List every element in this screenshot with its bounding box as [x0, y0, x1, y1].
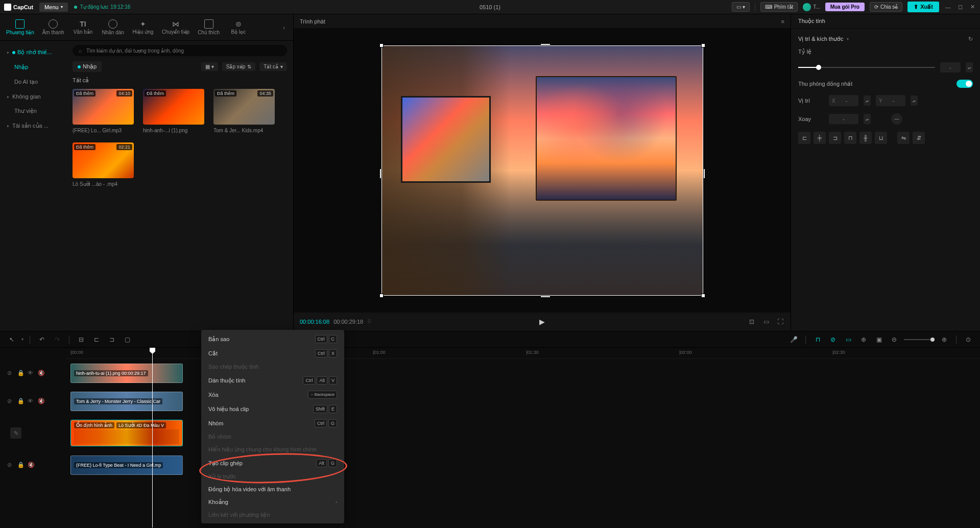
x-input[interactable]: X- — [829, 95, 858, 106]
sidebar-item-device[interactable]: ▸Bộ nhớ thiế... — [0, 45, 66, 60]
lock2-icon[interactable]: 🔒 — [17, 370, 25, 377]
ratio-slider[interactable] — [798, 67, 935, 68]
media-item[interactable]: Đã thêm02:21 Lò Sưởi ...ào - .mp4 — [73, 142, 134, 187]
split-right-button[interactable]: ⊐ — [106, 334, 117, 345]
minimize-icon[interactable]: — — [944, 4, 951, 10]
y-stepper[interactable]: ▴▾ — [911, 95, 918, 106]
share-button[interactable]: ⟳ Chia sẻ — [870, 2, 902, 12]
mute-icon[interactable]: 🔇 — [38, 398, 45, 405]
ctx-compound[interactable]: Tạo clip ghépAltG — [201, 456, 344, 470]
ctx-cut[interactable]: CắtCtrlX — [201, 346, 344, 361]
uniform-scale-toggle[interactable] — [957, 80, 973, 88]
ctx-paste-props[interactable]: Dán thuộc tínhCtrlAltV — [201, 373, 344, 388]
edit-icon[interactable]: ✎ — [10, 427, 21, 439]
align-top-button[interactable]: ⊓ — [844, 132, 856, 144]
media-item[interactable]: Đã thêm hinh-anh-...i (1).png — [143, 89, 204, 133]
ratio-icon[interactable]: ▭ — [762, 318, 770, 326]
y-input[interactable]: Y- — [876, 95, 905, 106]
close-icon[interactable]: ✕ — [969, 4, 976, 10]
resize-handle[interactable] — [703, 169, 705, 179]
ctx-sync[interactable]: Đồng bộ hóa video với âm thanh — [201, 483, 344, 496]
search-input[interactable] — [86, 48, 281, 54]
timeline-clip[interactable]: hinh-anh-tu-ai (1).png 00:00:29:17 — [70, 364, 183, 383]
x-stepper[interactable]: ▴▾ — [864, 95, 871, 106]
sort-button[interactable]: Sắp xếp ⇅ — [222, 62, 256, 71]
tab-sticker[interactable]: Nhãn dán — [98, 17, 128, 37]
align-right-button[interactable]: ⊐ — [829, 132, 841, 144]
maximize-icon[interactable]: ◻ — [957, 4, 964, 10]
rotate-stepper[interactable]: ▴▾ — [864, 114, 871, 124]
zoom-in-button[interactable]: ⊕ — [939, 334, 950, 345]
lock2-icon[interactable]: 🔒 — [17, 398, 25, 405]
tool-button[interactable]: ⊕ — [858, 334, 869, 345]
flip-v-button[interactable]: ⇵ — [913, 132, 925, 144]
resize-handle[interactable] — [540, 296, 551, 298]
sidebar-item-space[interactable]: ▸Không gian — [0, 89, 66, 104]
eye-icon[interactable]: 👁 — [28, 370, 35, 377]
media-item[interactable]: Đã thêm04:35 Tom & Jer... Kids.mp4 — [213, 89, 275, 133]
undo-button[interactable]: ↶ — [36, 334, 47, 345]
ctx-delete[interactable]: Xóa←Backspace — [201, 388, 344, 402]
play-button[interactable]: ▶ — [539, 318, 545, 326]
resize-handle[interactable] — [379, 43, 384, 47]
rotate-value[interactable]: - — [829, 114, 858, 124]
align-bottom-button[interactable]: ⊔ — [875, 132, 887, 144]
search-bar[interactable]: ⌕ — [73, 45, 287, 56]
resize-handle[interactable] — [540, 43, 551, 45]
redo-button[interactable]: ↷ — [52, 334, 63, 345]
magnet-button[interactable]: ⊓ — [812, 334, 823, 345]
zoom-fit-button[interactable]: ⊙ — [963, 334, 974, 345]
tool2-button[interactable]: ▣ — [873, 334, 885, 345]
tab-audio[interactable]: Âm thanh — [38, 17, 68, 37]
media-item[interactable]: Đã thêm04:10 (FREE) Lo... Girl.mp3 — [73, 89, 134, 133]
zoom-slider[interactable] — [904, 339, 935, 340]
cursor-tool-button[interactable]: ↖ — [6, 334, 17, 345]
resize-handle[interactable] — [379, 294, 384, 298]
eye-icon[interactable]: 👁 — [28, 398, 35, 405]
shortcuts-button[interactable]: ⌨ Phím tắt — [760, 2, 798, 12]
player-menu-icon[interactable]: ≡ — [781, 18, 784, 25]
menu-button[interactable]: Menu▾ — [39, 3, 68, 12]
tab-caption[interactable]: Chú thích — [194, 17, 224, 37]
tab-media[interactable]: Phương tiện — [2, 17, 38, 37]
export-button[interactable]: ⬆ Xuất — [907, 2, 939, 12]
ctx-disable[interactable]: Vô hiệu hoá clipShiftE — [201, 402, 344, 416]
rotate-reset-button[interactable]: — — [891, 113, 902, 125]
sidebar-item-ai[interactable]: Do AI tạo — [0, 75, 66, 89]
sidebar-item-library[interactable]: Thư viện — [0, 104, 66, 118]
split-button[interactable]: ⊟ — [76, 334, 87, 345]
timeline-clip[interactable]: Tom & Jerry - Monster Jerry - Classic Ca… — [70, 392, 183, 411]
align-center-v-button[interactable]: ╫ — [859, 132, 872, 144]
timeline-clip[interactable]: (FREE) Lo-fi Type Beat - I Need a Girl.m… — [70, 455, 183, 475]
user-badge[interactable]: T... — [803, 3, 820, 11]
mute-icon[interactable]: 🔇 — [38, 370, 45, 377]
link-button[interactable]: ⊘ — [827, 334, 839, 345]
timeline-clip[interactable]: Ổn định hình ảnhLò Sưởi 4D Đa Màu V — [70, 420, 183, 446]
ratio-stepper[interactable]: ▴▾ — [966, 62, 973, 73]
zoom-out-button[interactable]: ⊖ — [889, 334, 900, 345]
delete-button[interactable]: ▢ — [122, 334, 133, 345]
resize-handle[interactable] — [701, 294, 705, 298]
ratio-value[interactable]: - — [940, 62, 961, 73]
ctx-group[interactable]: NhómCtrlG — [201, 416, 344, 430]
lock-icon[interactable]: ⊘ — [7, 398, 14, 405]
sidebar-item-assets[interactable]: ▸Tài sản của ... — [0, 118, 66, 133]
lock-icon[interactable]: ⊘ — [7, 462, 14, 469]
split-left-button[interactable]: ⊏ — [91, 334, 102, 345]
playhead[interactable] — [152, 348, 153, 527]
aspect-ratio-button[interactable]: ▭ ▾ — [732, 2, 750, 12]
time-grip-icon[interactable]: ⠿ — [367, 319, 372, 325]
canvas-preview[interactable] — [381, 45, 703, 296]
align-center-h-button[interactable]: ╪ — [814, 132, 826, 144]
filter-button[interactable]: Tất cả ▾ — [259, 62, 287, 71]
mic-button[interactable]: 🎤 — [788, 334, 799, 345]
mute-icon[interactable]: 🔇 — [28, 462, 35, 469]
crop-icon[interactable]: ⊡ — [748, 318, 756, 326]
canvas-area[interactable] — [294, 29, 791, 313]
buy-pro-button[interactable]: Mua gói Pro — [825, 3, 865, 11]
tab-text[interactable]: TIVăn bản — [68, 18, 98, 37]
lock2-icon[interactable]: 🔒 — [17, 462, 25, 469]
preview-button[interactable]: ▭ — [843, 334, 854, 345]
flip-h-button[interactable]: ⇋ — [897, 132, 910, 144]
lock-icon[interactable]: ⊘ — [7, 370, 14, 377]
